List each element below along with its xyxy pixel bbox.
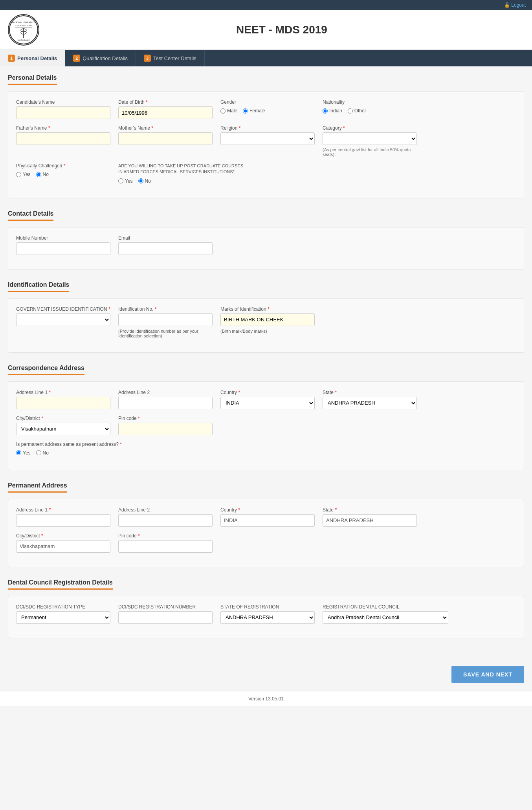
mobile-group: Mobile Number [16, 235, 110, 255]
state-reg-select[interactable]: ANDHRA PRADESH [220, 611, 315, 624]
perm-country-group: Country * [220, 507, 315, 527]
state-reg-group: STATE OF REGISTRATION ANDHRA PRADESH [220, 604, 315, 624]
logout-label: Logout [511, 2, 526, 8]
perm-yes-radio[interactable] [16, 450, 21, 455]
candidate-name-group: Candidate's Name [16, 99, 110, 119]
corr-addr2-input[interactable] [118, 397, 213, 409]
corr-addr1-input[interactable] [16, 397, 110, 409]
footer: Version 13.05.01 [0, 691, 532, 706]
id-number-input[interactable] [118, 313, 213, 326]
mother-name-input[interactable] [118, 132, 213, 145]
permanent-same-group: Is permanent address same as present add… [16, 442, 122, 456]
tab-personal[interactable]: 1 Personal Details [0, 50, 65, 66]
correspondence-address-card: Address Line 1 * Address Line 2 Country … [8, 381, 524, 470]
corr-addr2-label: Address Line 2 [118, 390, 213, 395]
personal-row-2: Father's Name * Mother's Name * Religion… [16, 125, 516, 157]
perm-pincode-label: Pin code * [118, 533, 213, 539]
dob-input[interactable] [118, 106, 213, 119]
perm-no-label[interactable]: No [36, 450, 49, 456]
af-no-label[interactable]: No [138, 178, 151, 184]
tab-qualification-label: Qualification Details [83, 55, 128, 61]
tab-testcenter-icon: 3 [144, 55, 151, 62]
perm-city-input [16, 540, 110, 553]
nationality-group: Nationality Indian Other [323, 99, 417, 119]
nationality-indian-radio[interactable] [323, 108, 328, 114]
header: NATIONAL BOARD OF EXAMINATIONS राष्ट्रीय… [0, 10, 532, 50]
perm-addr2-input[interactable] [118, 514, 213, 527]
reg-type-group: DCI/SDC REGISTRATION TYPE Permanent [16, 604, 110, 624]
perm-state-group: State * [323, 507, 417, 527]
marks-id-input[interactable] [220, 313, 315, 326]
perm-addr2-label: Address Line 2 [118, 507, 213, 513]
tab-personal-icon: 1 [8, 55, 15, 62]
tab-testcenter-label: Test Center Details [153, 55, 196, 61]
pc-yes-label[interactable]: Yes [16, 172, 31, 177]
state-reg-label: STATE OF REGISTRATION [220, 604, 315, 610]
religion-label: Religion * [220, 125, 315, 131]
reg-type-label: DCI/SDC REGISTRATION TYPE [16, 604, 110, 610]
email-input[interactable] [118, 242, 213, 255]
reg-type-select[interactable]: Permanent [16, 611, 110, 624]
dental-council-card: DCI/SDC REGISTRATION TYPE Permanent DCI/… [8, 596, 524, 638]
id-row-1: GOVERNMENT ISSUED IDENTIFICATION * Ident… [16, 306, 516, 338]
candidate-name-input[interactable] [16, 106, 110, 119]
gender-male-radio[interactable] [220, 108, 226, 114]
gender-male-label[interactable]: Male [220, 108, 237, 114]
af-label: ARE YOU WILLING TO TAKE UP POST GRADUATE… [118, 163, 244, 175]
mother-name-label: Mother's Name * [118, 125, 213, 131]
gender-female-label[interactable]: Female [243, 108, 265, 114]
logout-link[interactable]: 🔓 Logout [504, 2, 526, 8]
perm-addr2-group: Address Line 2 [118, 507, 213, 527]
father-name-label: Father's Name * [16, 125, 110, 131]
perm-addr1-input[interactable] [16, 514, 110, 527]
perm-state-input [323, 514, 417, 527]
logout-icon: 🔓 [504, 2, 510, 8]
af-yes-radio[interactable] [118, 178, 123, 183]
dental-row-1: DCI/SDC REGISTRATION TYPE Permanent DCI/… [16, 604, 516, 624]
nationality-label: Nationality [323, 99, 417, 105]
id-number-label: Identification No. * [118, 306, 213, 312]
personal-details-title: Personal Details [8, 74, 57, 85]
pc-yes-radio[interactable] [16, 172, 21, 177]
reg-number-input[interactable] [118, 611, 213, 624]
govt-id-select[interactable] [16, 313, 110, 326]
corr-country-select[interactable]: INDIA [220, 397, 315, 409]
corr-state-label: State * [323, 390, 417, 395]
corr-state-select[interactable]: ANDHRA PRADESH [323, 397, 417, 409]
perm-yes-label[interactable]: Yes [16, 450, 31, 456]
contact-row-1: Mobile Number Email [16, 235, 516, 255]
pc-no-radio[interactable] [36, 172, 41, 177]
af-no-radio[interactable] [138, 178, 143, 183]
site-title: NEET - MDS 2019 [39, 24, 524, 36]
marks-id-group: Marks of Identification * (Birth mark/Bo… [220, 306, 315, 338]
corr-city-select[interactable]: Visakhapatnam [16, 423, 110, 435]
save-next-button[interactable]: SAVE AND NEXT [451, 666, 524, 683]
mobile-input[interactable] [16, 242, 110, 255]
corr-row-2: City/District * Visakhapatnam Pin code * [16, 416, 516, 435]
version-text: Version 13.05.01 [248, 696, 284, 702]
tab-qualification[interactable]: 2 Qualification Details [65, 50, 136, 66]
govt-id-group: GOVERNMENT ISSUED IDENTIFICATION * [16, 306, 110, 338]
gender-female-radio[interactable] [243, 108, 248, 114]
af-yes-label[interactable]: Yes [118, 178, 133, 184]
category-select[interactable] [323, 132, 417, 145]
pc-no-label[interactable]: No [36, 172, 49, 177]
corr-pincode-input[interactable] [118, 423, 213, 435]
permanent-address-section: Permanent Address Address Line 1 * Addre… [8, 482, 524, 567]
nationality-indian-label[interactable]: Indian [323, 108, 342, 114]
religion-select[interactable] [220, 132, 315, 145]
perm-no-radio[interactable] [36, 450, 41, 455]
tab-testcenter[interactable]: 3 Test Center Details [136, 50, 205, 66]
marks-id-label: Marks of Identification * [220, 306, 315, 312]
svg-text:EXAMINATIONS: EXAMINATIONS [15, 24, 33, 27]
nationality-other-radio[interactable] [348, 108, 353, 114]
dental-council-select[interactable]: Andhra Pradesh Dental Council [323, 611, 448, 624]
tab-personal-label: Personal Details [17, 55, 57, 61]
identification-details-section: Identification Details GOVERNMENT ISSUED… [8, 281, 524, 353]
father-name-input[interactable] [16, 132, 110, 145]
dob-group: Date of Birth * [118, 99, 213, 119]
corr-addr1-label: Address Line 1 * [16, 390, 110, 395]
marks-id-note: (Birth mark/Body marks) [220, 329, 315, 334]
nationality-other-label[interactable]: Other [348, 108, 366, 114]
dental-council-section: Dental Council Registration Details DCI/… [8, 579, 524, 638]
